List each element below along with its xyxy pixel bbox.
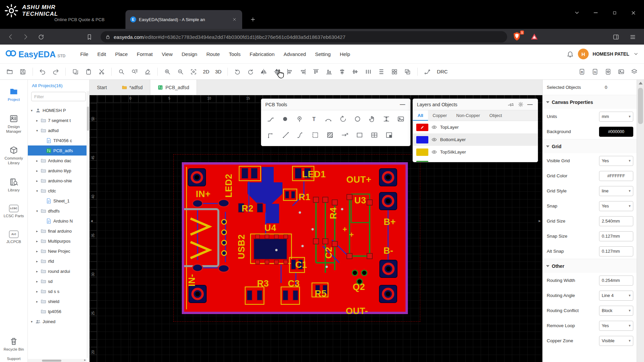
routing-conflict-select[interactable]: Block▾ — [599, 306, 633, 316]
tree-item-arduino-n[interactable]: Arduino N — [28, 216, 87, 226]
silk-label-r1[interactable]: R1 — [299, 192, 311, 202]
grid-size-input[interactable]: 2.540mm — [599, 216, 633, 226]
copper-area-tool[interactable] — [323, 128, 337, 142]
doc-g-button[interactable]: G — [590, 67, 600, 77]
tree-item-arduino-shie[interactable]: ▸arduino-shie — [28, 176, 87, 186]
user-menu-caret-icon[interactable] — [633, 51, 639, 57]
layer-color-chip[interactable] — [416, 124, 428, 131]
silk-label-in[interactable]: IN- — [187, 274, 197, 287]
image-tool[interactable] — [394, 112, 408, 126]
silk-label-r5[interactable]: R5 — [315, 289, 327, 299]
grid-color-color[interactable]: #FFFFFF — [599, 171, 633, 181]
tree-item-sd[interactable]: ▸sd — [28, 276, 87, 286]
layer-color-chip[interactable] — [416, 136, 428, 143]
rect-tool[interactable] — [353, 128, 366, 142]
menu-view[interactable]: View — [162, 51, 172, 57]
drc-button[interactable]: DRC — [435, 69, 449, 74]
brave-shield-icon[interactable]: 1 — [513, 32, 523, 42]
notifications-bell-icon[interactable] — [567, 50, 574, 58]
arc-tool[interactable] — [322, 112, 335, 126]
expand-arrow[interactable]: ▾ — [30, 320, 34, 323]
layer-row-topsilklayer[interactable]: TopSilkLayer — [413, 146, 538, 158]
expand-arrow[interactable]: ▸ — [35, 249, 39, 253]
expand-arrow[interactable]: ▸ — [35, 159, 39, 163]
doc-b-button[interactable]: B — [577, 67, 587, 77]
tab-close-icon[interactable] — [231, 16, 237, 22]
menu-route[interactable]: Route — [206, 51, 220, 57]
back-button[interactable] — [5, 31, 17, 43]
silk-label-b[interactable]: B- — [383, 246, 393, 256]
layers-settings-gear-icon[interactable] — [517, 101, 524, 108]
expand-arrow[interactable]: ▾ — [35, 129, 39, 132]
silk-label-c1[interactable]: C1 — [295, 260, 307, 270]
pin-icon[interactable] — [506, 99, 517, 110]
rail-design-manager[interactable]: Design Manager — [0, 114, 27, 134]
dimension-tool[interactable] — [380, 112, 393, 126]
layer-tab-copper[interactable]: Copper — [428, 110, 452, 121]
rotate-cw-button[interactable] — [246, 67, 256, 77]
tree-item-multipurpos[interactable]: ▸Multipurpos — [28, 236, 87, 246]
tree-item-joined[interactable]: ▾Joined — [28, 316, 87, 326]
units-select[interactable]: mm▾ — [599, 112, 633, 122]
snap-select[interactable]: Yes▾ — [599, 201, 633, 211]
eye-icon[interactable] — [431, 137, 437, 142]
layer-row-toplayer[interactable]: TopLayer — [413, 121, 538, 133]
silk-label-out[interactable]: OUT- — [346, 306, 368, 316]
menu-help[interactable]: Help — [340, 51, 350, 57]
silk-label-c3[interactable]: C3 — [288, 279, 300, 289]
pad-tool[interactable] — [278, 112, 292, 126]
tree-item-sheet-1[interactable]: Sheet_1 — [28, 196, 87, 206]
scrollbar-thumb[interactable] — [638, 88, 643, 124]
layer-color-chip[interactable] — [416, 161, 428, 163]
menu-format[interactable]: Format — [137, 51, 153, 57]
expand-arrow[interactable]: ▸ — [35, 280, 39, 283]
redo-button[interactable] — [51, 67, 61, 77]
tree-item-pcb-adfs[interactable]: PCB_adfs — [28, 145, 87, 156]
tree-item-cfdc[interactable]: ▾cfdc — [28, 186, 87, 196]
align-bottom-button[interactable] — [324, 67, 334, 77]
tree-item-final-arduino[interactable]: ▸final arduino — [28, 226, 87, 236]
silk-label-c2[interactable]: C2 — [324, 247, 334, 259]
section-other[interactable]: Other — [543, 259, 637, 273]
photo-button[interactable] — [616, 67, 626, 77]
background-color[interactable]: #000000 — [599, 127, 633, 137]
browser-tab-inactive[interactable]: Online PCB Quote & PCB — [50, 10, 124, 29]
visible-grid-select[interactable]: Yes▾ — [599, 156, 633, 166]
tree-item-rfid[interactable]: ▸rfid — [28, 256, 87, 266]
eye-icon[interactable] — [431, 149, 437, 155]
search-button[interactable] — [116, 67, 126, 77]
menu-design[interactable]: Design — [182, 51, 198, 57]
tree-item-arduino-lilyp[interactable]: ▸arduino lilyp — [28, 166, 87, 176]
zoom-in-button[interactable] — [162, 67, 172, 77]
rail-recycle-bin[interactable]: Recycle Bin — [0, 337, 27, 352]
expand-arrow[interactable]: ▾ — [30, 109, 34, 112]
menu-fabrication[interactable]: Fabrication — [250, 51, 274, 57]
remove-loop-select[interactable]: Yes▾ — [599, 321, 633, 331]
silk-label-led1[interactable]: LED1 — [302, 169, 326, 180]
flip-v-button[interactable] — [272, 67, 282, 77]
align-middle-button[interactable] — [350, 67, 360, 77]
section-grid[interactable]: Grid — [543, 139, 637, 153]
2d-button[interactable]: 2D — [202, 69, 211, 74]
brave-rewards-icon[interactable] — [531, 33, 538, 41]
copper-zone-select[interactable]: Visible▾ — [599, 336, 633, 346]
rail-support[interactable]: Support — [0, 357, 27, 361]
silk-label-b[interactable]: B+ — [384, 217, 396, 227]
copy-button[interactable] — [70, 67, 80, 77]
silk-label-r3[interactable]: R3 — [257, 279, 269, 289]
rail-commonly-library[interactable]: Commonly Library — [0, 146, 27, 166]
silk-label-u4[interactable]: U4 — [264, 223, 276, 233]
eye-icon[interactable] — [431, 124, 437, 130]
expand-arrow[interactable]: ▸ — [35, 239, 39, 243]
via-tool[interactable] — [293, 112, 306, 126]
menu-place[interactable]: Place — [115, 51, 128, 57]
rotate-ccw-button[interactable] — [232, 67, 243, 77]
rail-project[interactable]: Project — [0, 87, 27, 102]
layer-color-chip[interactable] — [416, 148, 428, 156]
zoom-fit-button[interactable] — [189, 67, 199, 77]
editor-tab-adfsd[interactable]: *adfsd — [114, 80, 150, 95]
eraser-button[interactable] — [143, 67, 153, 77]
expand-arrow[interactable]: ▸ — [35, 290, 39, 293]
snap-size-input[interactable]: 0.127mm — [599, 231, 633, 241]
arc-center-tool[interactable] — [336, 112, 350, 126]
